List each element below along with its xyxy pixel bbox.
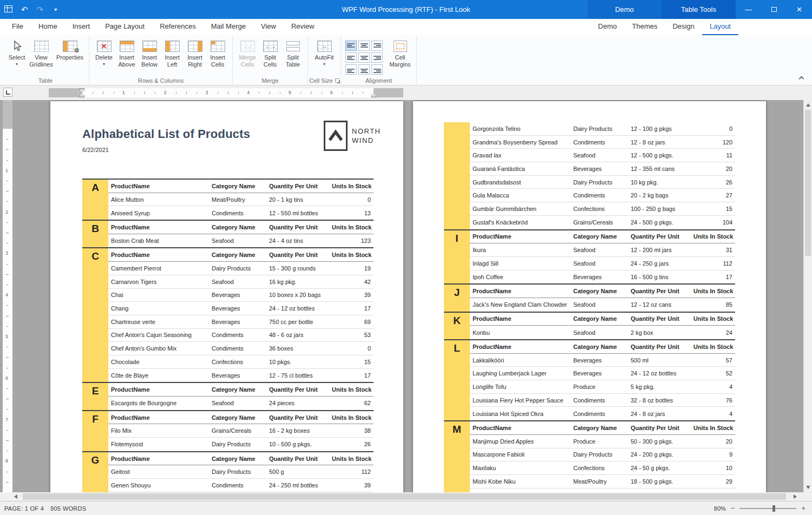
tab-references[interactable]: References bbox=[152, 19, 203, 35]
tab-page-layout[interactable]: Page Layout bbox=[97, 19, 152, 35]
table-header-row[interactable]: ProductNameCategory NameQuantity Per Uni… bbox=[470, 313, 735, 326]
product-row[interactable]: Jack's New England Clam ChowderSeafood12… bbox=[470, 298, 735, 312]
hanging-indent-marker[interactable] bbox=[80, 93, 84, 97]
table-header-row[interactable]: ProductNameCategory NameQuantity Per Uni… bbox=[470, 230, 735, 244]
vertical-scrollbar[interactable] bbox=[803, 100, 812, 492]
table-header-row[interactable]: ProductNameCategory NameQuantity Per Uni… bbox=[470, 340, 735, 354]
product-row[interactable]: Genen ShouyuCondiments24 - 250 ml bottle… bbox=[108, 479, 374, 492]
product-row[interactable]: Mozzarella di GiovanniDairy Products24 -… bbox=[470, 488, 735, 492]
cell-size-dialog-launcher-icon[interactable] bbox=[335, 78, 339, 83]
table-header-row[interactable]: ProductNameCategory NameQuantity Per Uni… bbox=[108, 180, 374, 193]
section-letter-cell[interactable]: L bbox=[444, 340, 470, 420]
zoom-slider-thumb[interactable] bbox=[772, 505, 775, 512]
align-middle-center-button[interactable] bbox=[358, 52, 370, 63]
tab-themes[interactable]: Themes bbox=[625, 19, 665, 35]
split-table-button[interactable]: Split Table bbox=[282, 37, 304, 68]
product-row[interactable]: Laughing Lumberjack LagerBeverages24 - 1… bbox=[470, 367, 735, 380]
align-middle-right-button[interactable] bbox=[371, 52, 383, 63]
app-icon[interactable] bbox=[4, 5, 12, 14]
section-letter-cell[interactable]: E bbox=[82, 383, 108, 410]
tab-stop-selector[interactable] bbox=[3, 88, 12, 97]
product-row[interactable]: Gumbär GummibärchenConfections100 - 250 … bbox=[470, 202, 735, 216]
document-page-2[interactable]: Gorgonzola TelinoDairy Products12 - 100 … bbox=[413, 101, 766, 492]
tab-home[interactable]: Home bbox=[31, 19, 65, 35]
close-button[interactable]: ✕ bbox=[787, 0, 812, 19]
contextual-header-demo[interactable]: Demo bbox=[587, 0, 662, 19]
view-gridlines-button[interactable]: View Gridlines bbox=[29, 37, 54, 68]
product-row[interactable]: Mascarpone FabioliDairy Products24 - 200… bbox=[470, 448, 735, 462]
product-row[interactable]: Guaraná FantásticaBeverages12 - 355 ml c… bbox=[470, 162, 735, 176]
section-letter-cell[interactable]: C bbox=[82, 248, 108, 382]
align-bottom-center-button[interactable] bbox=[358, 64, 370, 75]
product-row[interactable]: Grandma's Boysenberry SpreadCondiments12… bbox=[470, 136, 735, 149]
insert-right-button[interactable]: Insert Right bbox=[184, 37, 206, 68]
section-letter-cell[interactable]: F bbox=[82, 411, 108, 451]
product-row[interactable]: Escargots de BourgogneSeafood24 pieces62 bbox=[108, 397, 374, 410]
zoom-out-button[interactable]: − bbox=[731, 505, 735, 512]
undo-icon[interactable]: ↶ bbox=[21, 5, 28, 15]
horizontal-scrollbar[interactable] bbox=[0, 492, 812, 501]
first-line-indent-marker[interactable] bbox=[80, 88, 84, 93]
product-row[interactable]: ChaiBeverages10 boxes x 20 bags39 bbox=[108, 289, 374, 302]
align-middle-left-button[interactable] bbox=[345, 52, 357, 63]
delete-button[interactable]: ✕ Delete ▾ bbox=[93, 37, 115, 67]
insert-left-button[interactable]: Insert Left bbox=[161, 37, 183, 68]
section-letter-cell[interactable]: K bbox=[444, 313, 470, 339]
section-letter-cell[interactable] bbox=[444, 122, 470, 229]
split-cells-button[interactable]: ←→ Split Cells bbox=[259, 37, 281, 68]
product-row[interactable]: Gravad laxSeafood12 - 500 g pkgs.11 bbox=[470, 149, 735, 162]
product-row[interactable]: Carnarvon TigersSeafood16 kg pkg.42 bbox=[108, 275, 374, 289]
align-bottom-left-button[interactable] bbox=[345, 64, 357, 75]
section-letter-cell[interactable]: B bbox=[82, 221, 108, 247]
table-header-row[interactable]: ProductNameCategory NameQuantity Per Uni… bbox=[108, 411, 374, 425]
properties-button[interactable]: ⚙ Properties bbox=[55, 37, 85, 61]
product-row[interactable]: MaxilakuConfections24 - 50 g pkgs.10 bbox=[470, 461, 735, 475]
product-row[interactable]: Manjimup Dried ApplesProduce50 - 300 g p… bbox=[470, 435, 735, 448]
product-row[interactable]: Inlagd SillSeafood24 - 250 g jars112 bbox=[470, 257, 735, 270]
section-letter-cell[interactable]: J bbox=[444, 285, 470, 311]
align-top-right-button[interactable] bbox=[371, 41, 383, 51]
section-letter-cell[interactable]: I bbox=[444, 230, 470, 284]
section-letter-cell[interactable]: A bbox=[82, 180, 108, 220]
scroll-right-icon[interactable] bbox=[794, 494, 797, 499]
product-row[interactable]: Mishi Kobe NikuMeat/Poultry18 - 500 g pk… bbox=[470, 475, 735, 488]
qat-dropdown-icon[interactable]: ▾ bbox=[54, 6, 57, 12]
cell-margins-button[interactable]: Cell Margins bbox=[388, 37, 412, 68]
product-row[interactable]: Gula MalaccaCondiments20 - 2 kg bags27 bbox=[470, 189, 735, 202]
contextual-header-table-tools[interactable]: Table Tools bbox=[662, 0, 736, 19]
table-header-row[interactable]: ProductNameCategory NameQuantity Per Uni… bbox=[470, 421, 735, 435]
product-row[interactable]: GeitostDairy Products500 g112 bbox=[108, 465, 374, 479]
table-header-row[interactable]: ProductNameCategory NameQuantity Per Uni… bbox=[470, 285, 735, 298]
table-header-row[interactable]: ProductNameCategory NameQuantity Per Uni… bbox=[108, 452, 374, 466]
product-row[interactable]: Côte de BlayeBeverages12 - 75 cl bottles… bbox=[108, 369, 374, 382]
horizontal-ruler[interactable]: 123456 bbox=[49, 88, 403, 97]
select-button[interactable]: Select ▾ bbox=[6, 37, 28, 67]
tab-mail-merge[interactable]: Mail Merge bbox=[204, 19, 253, 35]
scroll-left-icon[interactable] bbox=[14, 494, 17, 499]
tab-demo[interactable]: Demo bbox=[591, 19, 625, 35]
product-row[interactable]: Filo MixGrains/Cereals16 - 2 kg boxes38 bbox=[108, 424, 374, 438]
tab-file[interactable]: File bbox=[4, 19, 31, 35]
product-row[interactable]: IkuraSeafood12 - 200 ml jars31 bbox=[470, 243, 735, 257]
scroll-down-icon[interactable] bbox=[806, 486, 810, 489]
product-row[interactable]: Chef Anton's Cajun SeasoningCondiments48… bbox=[108, 329, 374, 342]
zoom-slider[interactable] bbox=[739, 508, 796, 509]
insert-cells-button[interactable]: Insert Cells bbox=[207, 37, 228, 68]
redo-icon[interactable]: ↷ bbox=[37, 5, 44, 15]
zoom-in-button[interactable]: + bbox=[801, 505, 806, 512]
align-top-center-button[interactable] bbox=[358, 41, 370, 51]
section-letter-cell[interactable]: M bbox=[444, 421, 470, 492]
product-row[interactable]: Chartreuse verteBeverages750 cc per bott… bbox=[108, 315, 374, 329]
maximize-button[interactable] bbox=[761, 0, 787, 19]
insert-below-button[interactable]: Insert Below bbox=[139, 37, 160, 68]
product-row[interactable]: Boston Crab MeatSeafood24 - 4 oz tins123 bbox=[108, 234, 374, 248]
product-row[interactable]: FlotemysostDairy Products10 - 500 g pkgs… bbox=[108, 438, 374, 451]
product-row[interactable]: ChangBeverages24 - 12 oz bottles17 bbox=[108, 302, 374, 315]
align-bottom-right-button[interactable] bbox=[371, 64, 383, 75]
vertical-scrollbar-thumb[interactable] bbox=[805, 110, 811, 256]
product-row[interactable]: Louisiana Fiery Hot Pepper SauceCondimen… bbox=[470, 394, 735, 407]
product-row[interactable]: Alice MuttonMeat/Poultry20 - 1 kg tins0 bbox=[108, 193, 374, 207]
section-letter-cell[interactable]: G bbox=[82, 452, 108, 492]
table-header-row[interactable]: ProductNameCategory NameQuantity Per Uni… bbox=[108, 383, 374, 397]
autofit-button[interactable]: ↔ AutoFit ▾ bbox=[312, 37, 337, 67]
